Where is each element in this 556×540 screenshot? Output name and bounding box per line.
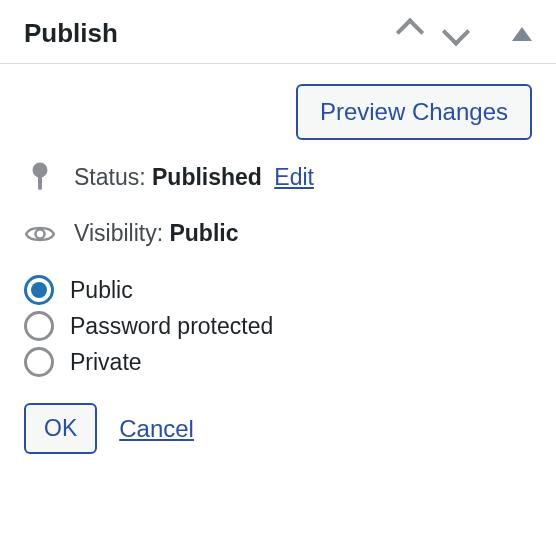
radio-label: Private xyxy=(70,349,142,376)
radio-icon xyxy=(24,311,54,341)
key-icon xyxy=(24,162,56,192)
status-row: Status: Published Edit xyxy=(24,162,532,192)
publish-panel-body: Preview Changes Status: Published Edit V… xyxy=(0,64,556,474)
eye-icon xyxy=(24,224,56,244)
status-text: Status: Published Edit xyxy=(74,164,314,191)
radio-label: Password protected xyxy=(70,313,273,340)
radio-label: Public xyxy=(70,277,133,304)
visibility-label: Visibility: xyxy=(74,220,163,246)
cancel-link[interactable]: Cancel xyxy=(119,415,194,443)
visibility-text: Visibility: Public xyxy=(74,220,238,247)
visibility-row: Visibility: Public xyxy=(24,220,532,247)
visibility-actions: OK Cancel xyxy=(24,403,532,454)
preview-changes-button[interactable]: Preview Changes xyxy=(296,84,532,140)
preview-row: Preview Changes xyxy=(24,84,532,140)
publish-panel-header: Publish xyxy=(0,0,556,64)
visibility-option-private[interactable]: Private xyxy=(24,347,532,377)
header-controls xyxy=(400,22,532,46)
edit-status-link[interactable]: Edit xyxy=(274,164,314,190)
move-down-icon[interactable] xyxy=(442,22,466,46)
visibility-option-public[interactable]: Public xyxy=(24,275,532,305)
radio-icon xyxy=(24,347,54,377)
radio-icon xyxy=(24,275,54,305)
move-up-icon[interactable] xyxy=(400,22,420,46)
status-label: Status: xyxy=(74,164,146,190)
panel-title: Publish xyxy=(24,18,118,49)
svg-point-2 xyxy=(36,229,45,238)
svg-rect-1 xyxy=(38,174,42,190)
ok-button[interactable]: OK xyxy=(24,403,97,454)
collapse-toggle-icon[interactable] xyxy=(512,27,532,41)
status-value: Published xyxy=(152,164,262,190)
visibility-options: Public Password protected Private xyxy=(24,275,532,377)
visibility-option-password[interactable]: Password protected xyxy=(24,311,532,341)
visibility-value: Public xyxy=(169,220,238,246)
